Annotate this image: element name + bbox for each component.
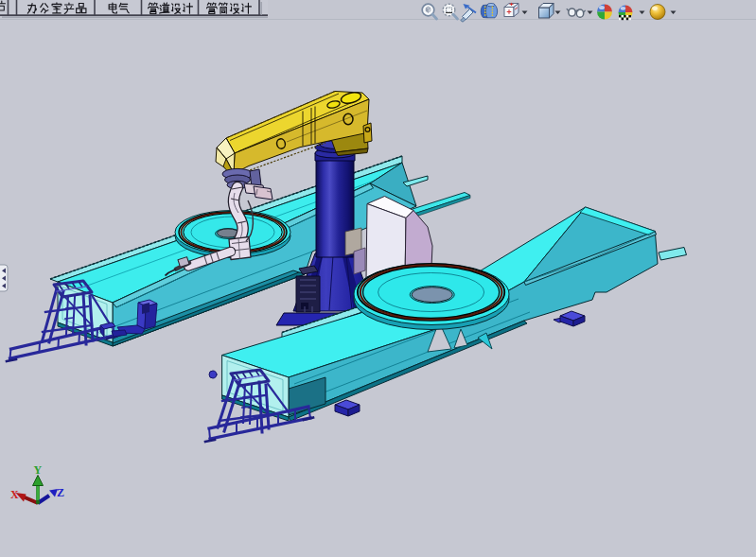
svg-text:Y: Y (34, 463, 43, 477)
svg-text:X: X (10, 488, 19, 501)
svg-text:Z: Z (57, 486, 64, 499)
